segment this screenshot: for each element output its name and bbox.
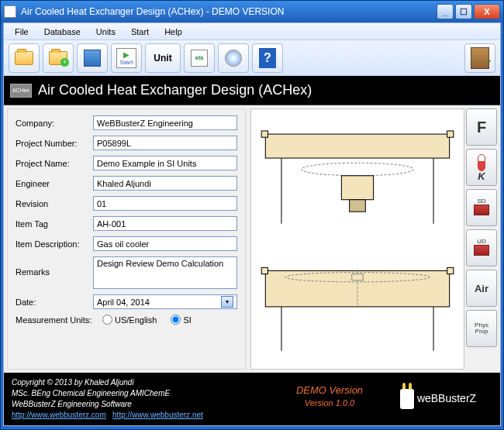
window-title: Air Cooled Heat Exchanger Design (ACHex)… bbox=[21, 6, 284, 17]
link-com[interactable]: http://www.webbusterz.com bbox=[12, 411, 106, 419]
label-remarks: Remarks bbox=[16, 256, 93, 277]
side-toolbar: F K SD UD Air PhysProp bbox=[466, 108, 497, 370]
revision-field[interactable] bbox=[93, 196, 237, 211]
app-window: Air Cooled Heat Exchanger Design (ACHex)… bbox=[0, 0, 504, 430]
svg-rect-15 bbox=[352, 273, 363, 280]
svg-rect-6 bbox=[341, 176, 373, 200]
menu-help[interactable]: Help bbox=[157, 25, 190, 39]
banner: ACHex Air Cooled Heat Exchanger Design (… bbox=[4, 76, 500, 105]
label-revision: Revision bbox=[16, 199, 93, 208]
demo-label: DEMO Version bbox=[275, 384, 384, 397]
thermometer-icon bbox=[478, 154, 485, 171]
item-tag-field[interactable] bbox=[93, 216, 237, 231]
candle-icon bbox=[400, 389, 414, 409]
new-button[interactable] bbox=[43, 43, 74, 73]
excel-icon: xls bbox=[191, 50, 208, 67]
menu-database[interactable]: Database bbox=[36, 25, 88, 39]
close-button[interactable]: X bbox=[474, 4, 500, 19]
radio-us[interactable]: US/English bbox=[102, 315, 157, 325]
titlebar[interactable]: Air Cooled Heat Exchanger Design (ACHex)… bbox=[1, 1, 503, 22]
project-number-field[interactable] bbox=[93, 136, 237, 150]
book-icon bbox=[474, 205, 489, 215]
exit-icon bbox=[471, 47, 489, 69]
link-net[interactable]: http://www.webbusterz.net bbox=[112, 411, 203, 419]
svg-rect-10 bbox=[447, 267, 454, 273]
label-item-description: Item Description: bbox=[16, 239, 93, 249]
k-button[interactable]: K bbox=[466, 149, 497, 186]
label-project-number: Project Number: bbox=[16, 139, 93, 148]
software-text: WeBBusterZ Engineering Software bbox=[12, 399, 275, 410]
sd-button[interactable]: SD bbox=[466, 189, 497, 226]
label-units: Measurement Units: bbox=[16, 315, 93, 325]
start-icon: Start bbox=[116, 48, 136, 68]
book-icon bbox=[474, 245, 489, 256]
label-project-name: Project Name: bbox=[16, 159, 93, 168]
menu-file[interactable]: File bbox=[7, 25, 36, 39]
credentials-text: MSc. BEng Chemical Engineering AMIChemE bbox=[12, 388, 275, 399]
version-label: Version 1.0.0 bbox=[275, 397, 384, 409]
exit-button[interactable] bbox=[464, 43, 495, 73]
air-button[interactable]: Air bbox=[466, 270, 497, 307]
folder-open-icon bbox=[15, 51, 33, 65]
chevron-down-icon[interactable]: ▾ bbox=[221, 296, 233, 308]
open-button[interactable] bbox=[9, 43, 40, 73]
f-button[interactable]: F bbox=[466, 108, 497, 146]
menubar: File Database Units Start Help bbox=[4, 23, 500, 40]
label-date: Date: bbox=[16, 298, 93, 307]
save-button[interactable] bbox=[77, 43, 108, 73]
svg-rect-1 bbox=[261, 131, 268, 137]
label-item-tag: Item Tag bbox=[16, 219, 93, 229]
cd-button[interactable] bbox=[218, 43, 249, 73]
diagram-panel bbox=[250, 108, 464, 370]
help-button[interactable]: ? bbox=[252, 43, 283, 73]
date-value: April 04, 2014 bbox=[97, 298, 150, 307]
item-description-field[interactable] bbox=[93, 236, 237, 251]
engineer-field[interactable] bbox=[93, 176, 237, 191]
unit-button[interactable]: Unit bbox=[145, 43, 181, 73]
label-engineer: Engineer bbox=[16, 179, 93, 188]
project-name-field[interactable] bbox=[93, 156, 237, 170]
toolbar: Start Unit xls ? bbox=[4, 40, 500, 76]
copyright-text: Copyright © 2013 by Khaled Aljundi bbox=[12, 377, 275, 388]
heat-exchanger-side-view bbox=[257, 115, 457, 236]
menu-units[interactable]: Units bbox=[88, 25, 123, 39]
svg-rect-9 bbox=[261, 267, 268, 273]
svg-rect-7 bbox=[350, 200, 366, 212]
export-excel-button[interactable]: xls bbox=[184, 43, 215, 73]
svg-rect-2 bbox=[447, 131, 454, 137]
cd-icon bbox=[225, 50, 242, 67]
heat-exchanger-top-view bbox=[257, 243, 457, 363]
svg-point-5 bbox=[302, 163, 413, 176]
maximize-button[interactable]: ☐ bbox=[455, 4, 472, 19]
svg-rect-0 bbox=[265, 134, 449, 158]
company-field[interactable] bbox=[93, 115, 237, 130]
save-icon bbox=[84, 50, 101, 67]
brand-logo: weBBusterZ bbox=[384, 377, 492, 421]
banner-title: Air Cooled Heat Exchanger Design (ACHex) bbox=[38, 82, 312, 98]
date-picker[interactable]: April 04, 2014▾ bbox=[93, 294, 237, 309]
menu-start[interactable]: Start bbox=[123, 25, 157, 39]
radio-si[interactable]: SI bbox=[171, 315, 191, 325]
help-icon: ? bbox=[259, 48, 276, 68]
app-icon bbox=[4, 5, 16, 18]
start-calc-button[interactable]: Start bbox=[111, 43, 142, 73]
folder-new-icon bbox=[49, 51, 67, 65]
minimize-button[interactable]: _ bbox=[437, 4, 454, 19]
project-form: Company: Project Number: Project Name: E… bbox=[7, 108, 246, 370]
phys-prop-button[interactable]: PhysProp bbox=[466, 310, 497, 347]
footer: Copyright © 2013 by Khaled Aljundi MSc. … bbox=[4, 373, 500, 425]
label-company: Company: bbox=[16, 119, 93, 128]
remarks-field[interactable]: Design Review Demo Calculation bbox=[93, 256, 237, 289]
achex-icon: ACHex bbox=[10, 84, 32, 98]
ud-button[interactable]: UD bbox=[466, 229, 497, 267]
